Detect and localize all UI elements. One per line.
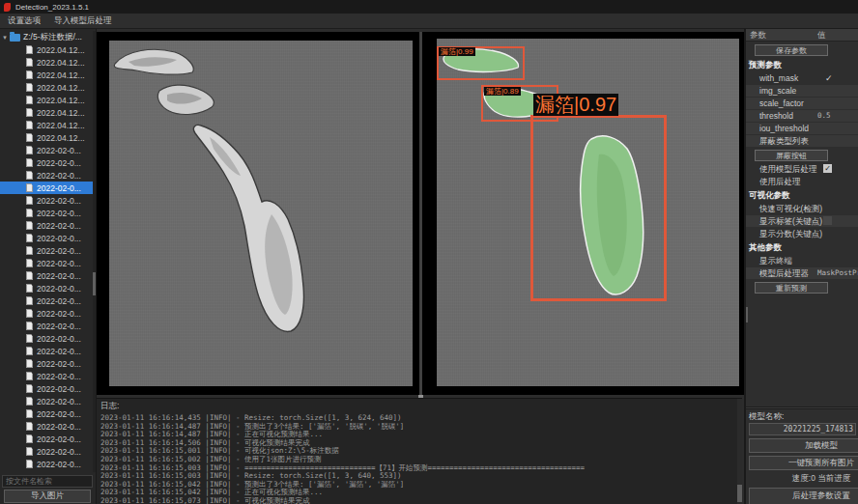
file-tree-item[interactable]: 2022-02-0... bbox=[0, 194, 94, 207]
param-row-show-terminal[interactable]: 显示终端 bbox=[746, 255, 858, 266]
param-row-show-label[interactable]: 显示标签(关键点) bbox=[746, 215, 858, 227]
param-row-model-post-processor[interactable]: 模型后处理器 MaskPostPro bbox=[746, 267, 858, 279]
file-tree-item[interactable]: 2022-02-0... bbox=[0, 357, 94, 370]
file-tree-item[interactable]: 2022-02-0... bbox=[0, 382, 94, 395]
file-tree-item[interactable]: 2022-02-0... bbox=[0, 445, 94, 458]
file-tree-item[interactable]: 2022-02-0... bbox=[0, 407, 94, 420]
file-icon bbox=[26, 108, 33, 117]
menu-bar: 设置选项 导入模型后处理 bbox=[0, 14, 858, 29]
param-row-threshold[interactable]: threshold 0.5 bbox=[746, 110, 858, 122]
file-tree-item[interactable]: 2022.04.12... bbox=[0, 43, 94, 56]
file-tree-item[interactable]: 2022.04.12... bbox=[0, 106, 94, 119]
param-row-use-post[interactable]: 使用后处理 bbox=[746, 176, 858, 187]
other-section-header: 其他参数 bbox=[746, 240, 858, 255]
search-input[interactable] bbox=[2, 475, 93, 488]
file-tree-item[interactable]: 2022-02-0... bbox=[0, 257, 94, 269]
file-icon bbox=[26, 284, 33, 293]
file-tree-item[interactable]: 2022-02-0... bbox=[0, 332, 94, 345]
param-scroll-thumb[interactable] bbox=[746, 307, 748, 322]
file-name: 2022.04.12... bbox=[37, 96, 85, 105]
file-tree-item[interactable]: 2022-02-0... bbox=[0, 156, 94, 169]
file-tree-item[interactable]: 2022-02-0... bbox=[0, 232, 94, 244]
file-name: 2022-02-0... bbox=[37, 309, 81, 319]
predict-all-button[interactable]: 一键预测所有图片 bbox=[749, 456, 858, 470]
file-tree-item[interactable]: 2022-02-0... bbox=[0, 458, 94, 470]
file-tree-item[interactable]: 2022-02-0... bbox=[0, 219, 94, 232]
file-name: 2022-02-0... bbox=[37, 422, 81, 432]
param-row-iou-threshold[interactable]: iou_threshold bbox=[746, 123, 858, 134]
log-area[interactable]: 日志: 2023-01-11 16:16:14,435 |INFO| - Res… bbox=[97, 398, 742, 504]
model-post-processor-value[interactable]: MaskPostPro bbox=[817, 267, 858, 279]
import-images-button[interactable]: 导入图片 bbox=[4, 490, 91, 503]
checkbox-checked-icon[interactable]: ✓ bbox=[823, 164, 832, 173]
mask-button[interactable]: 屏蔽按钮 bbox=[755, 150, 828, 161]
file-tree-item[interactable]: 2022-02-0... bbox=[0, 370, 94, 382]
file-name: 2022-02-0... bbox=[37, 447, 81, 457]
file-tree-item[interactable]: 2022-02-0... bbox=[0, 207, 94, 219]
file-tree-item[interactable]: 2022-02-0... bbox=[0, 294, 94, 307]
file-tree-item[interactable]: 2022.04.12... bbox=[0, 94, 94, 106]
file-tree-item[interactable]: 2022-02-0 bbox=[0, 470, 94, 472]
repredict-button[interactable]: 重新预测 bbox=[755, 282, 828, 294]
model-name-field[interactable]: 20221225_174813 bbox=[749, 423, 856, 435]
file-name: 2022.04.12... bbox=[37, 83, 85, 93]
param-label: iou_threshold bbox=[759, 124, 809, 133]
menu-import-postprocess[interactable]: 导入模型后处理 bbox=[54, 15, 112, 27]
file-icon bbox=[26, 58, 33, 67]
param-col-header: 参数 bbox=[750, 30, 766, 42]
file-tree-item[interactable]: 2022.04.12... bbox=[0, 119, 94, 131]
sidebar-scroll-thumb[interactable] bbox=[93, 272, 96, 295]
prediction-image-panel[interactable]: 漏箔|0.99漏箔|0.89漏箔|0.97 bbox=[422, 32, 744, 395]
checkbox-unchecked-icon[interactable] bbox=[823, 216, 832, 225]
param-row-show-score[interactable]: 显示分数(关键点) bbox=[746, 228, 858, 239]
param-row-quick-vis[interactable]: 快速可视化(检测) bbox=[746, 203, 858, 214]
param-row-mask-type-list[interactable]: 屏蔽类型列表 bbox=[746, 135, 858, 147]
param-label: 模型后处理器 bbox=[759, 268, 809, 278]
file-icon bbox=[26, 271, 33, 280]
file-tree-item[interactable]: 2022.04.12... bbox=[0, 131, 94, 144]
log-scroll-thumb[interactable] bbox=[737, 485, 742, 502]
chevron-down-icon[interactable]: ▾ bbox=[0, 34, 10, 42]
file-tree-item[interactable]: 2022-02-0... bbox=[0, 345, 94, 357]
param-row-with-mask[interactable]: with_mask ✓ bbox=[746, 72, 858, 84]
file-icon bbox=[26, 221, 33, 230]
file-name: 2022-02-0... bbox=[37, 460, 81, 469]
file-tree-item[interactable]: 2022-02-0... bbox=[0, 182, 94, 194]
file-name: 2022-02-0... bbox=[37, 209, 81, 218]
param-row-scale-factor[interactable]: scale_factor bbox=[746, 98, 858, 109]
file-name: 2022-02-0... bbox=[37, 158, 81, 168]
param-row-img-scale[interactable]: img_scale bbox=[746, 85, 858, 97]
menu-settings[interactable]: 设置选项 bbox=[8, 15, 41, 27]
file-name: 2022-02-0... bbox=[37, 271, 81, 281]
file-icon bbox=[26, 460, 33, 468]
file-tree-item[interactable]: 2022-02-0... bbox=[0, 395, 94, 407]
original-image-panel[interactable] bbox=[97, 32, 419, 395]
file-tree-item[interactable]: 2022-02-0... bbox=[0, 282, 94, 294]
save-params-button[interactable]: 保存参数 bbox=[755, 44, 828, 56]
log-scrollbar[interactable] bbox=[737, 399, 742, 504]
postprocess-settings-button[interactable]: 后处理参数设置 bbox=[749, 488, 858, 504]
param-label: threshold bbox=[759, 111, 793, 121]
file-list: 2022.04.12...2022.04.12...2022.04.12...2… bbox=[0, 43, 94, 472]
detection-label: 漏箔|0.89 bbox=[484, 87, 521, 96]
load-model-button[interactable]: 加载模型 bbox=[749, 438, 858, 453]
file-tree-item[interactable]: 2022-02-0... bbox=[0, 244, 94, 257]
file-tree-item[interactable]: 2022-02-0... bbox=[0, 144, 94, 156]
file-tree-item[interactable]: 2022-02-0... bbox=[0, 269, 94, 282]
sidebar-scrollbar[interactable] bbox=[93, 31, 96, 472]
file-tree-item[interactable]: 2022-02-0... bbox=[0, 307, 94, 320]
param-row-use-model-post[interactable]: 使用模型后处理 ✓ bbox=[746, 163, 858, 175]
file-tree-item[interactable]: 2022-02-0... bbox=[0, 169, 94, 182]
param-label: img_scale bbox=[759, 86, 796, 96]
file-tree-item[interactable]: 2022.04.12... bbox=[0, 81, 94, 94]
file-tree-item[interactable]: 2022.04.12... bbox=[0, 56, 94, 69]
check-icon[interactable]: ✓ bbox=[825, 72, 833, 84]
file-icon bbox=[26, 121, 33, 129]
tree-root-folder[interactable]: ▾ Z:/5-标注数据/... bbox=[0, 31, 94, 43]
file-tree-item[interactable]: 2022-02-0... bbox=[0, 420, 94, 433]
file-tree-item[interactable]: 2022-02-0... bbox=[0, 320, 94, 332]
file-tree-item[interactable]: 2022.04.12... bbox=[0, 69, 94, 81]
file-name: 2022.04.12... bbox=[37, 108, 85, 118]
file-tree-item[interactable]: 2022-02-0... bbox=[0, 433, 94, 445]
threshold-value[interactable]: 0.5 bbox=[817, 110, 831, 122]
